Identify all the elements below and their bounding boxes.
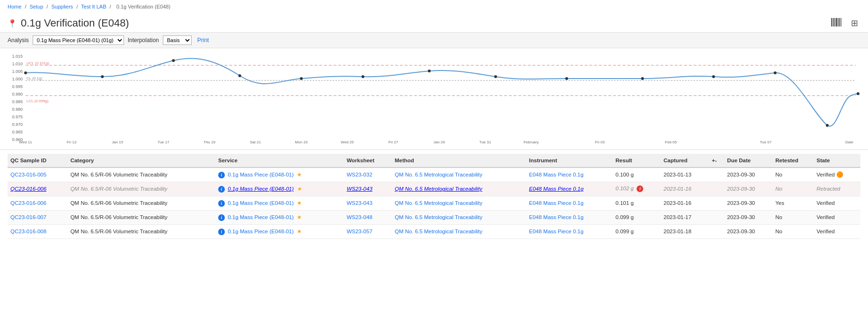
results-table: QC Sample ID Category Service Worksheet … (8, 154, 860, 239)
interpolation-label: Interpolation (128, 37, 159, 44)
cell-service: i 0.1g Mass Piece (E048-01) ★ (215, 224, 344, 238)
cell-result: 0.100 g (613, 168, 661, 182)
instrument-link[interactable]: E048 Mass Piece 0.1g (529, 186, 584, 192)
cell-worksheet: WS23-057 (344, 224, 392, 238)
qc-sample-link[interactable]: QC23-016-006 (10, 200, 46, 206)
svg-text:Tue 17: Tue 17 (158, 140, 169, 144)
svg-rect-4 (836, 18, 837, 26)
method-link[interactable]: QM No. 6.5 Metrological Traceability (395, 200, 482, 206)
analysis-label: Analysis (8, 37, 29, 44)
cell-method: QM No. 6.5 Metrological Traceability (392, 168, 526, 182)
cell-retested: Yes (772, 196, 814, 210)
star-icon: ★ (297, 172, 302, 177)
method-link[interactable]: QM No. 6.5 Metrological Traceability (395, 214, 482, 220)
cell-captured: 2023-01-13 (661, 168, 709, 182)
table-row: QC23-016-005 QM No. 6.5/R-06 Volumetric … (8, 168, 860, 182)
analysis-select[interactable]: 0.1g Mass Piece (E048-01) (01g) (33, 35, 124, 45)
grid-icon[interactable]: ⊞ (849, 17, 860, 29)
breadcrumb-suppliers[interactable]: Suppliers (51, 4, 73, 9)
svg-rect-5 (838, 18, 838, 26)
qc-sample-link[interactable]: QC23-016-005 (10, 172, 46, 177)
svg-text:Feb 05: Feb 05 (665, 140, 677, 144)
service-link[interactable]: 0.1g Mass Piece (E048-01) (228, 172, 293, 177)
breadcrumb-testit[interactable]: Test It LAB (81, 4, 106, 9)
cell-service: i 0.1g Mass Piece (E048-01) ★ (215, 182, 344, 196)
worksheet-link[interactable]: WS23-057 (346, 229, 372, 234)
breadcrumb-current: 0.1g Verification (E048) (116, 4, 170, 9)
cell-due-date: 2023-09-30 (724, 196, 772, 210)
result-unit: g (631, 185, 634, 191)
cell-category: QM No. 6.5/R-06 Volumetric Traceability (68, 168, 215, 182)
svg-text:Jan 15: Jan 15 (112, 140, 124, 144)
method-link[interactable]: QM No. 6.5 Metrological Traceability (395, 172, 482, 177)
svg-text:UCL (0.101g): UCL (0.101g) (27, 61, 49, 65)
cell-retested: No (772, 210, 814, 224)
cell-method: QM No. 6.5 Metrological Traceability (392, 224, 526, 238)
cell-service: i 0.1g Mass Piece (E048-01) ★ (215, 210, 344, 224)
warn-icon: ! (637, 185, 643, 192)
cell-worksheet: WS23-043 (344, 196, 392, 210)
svg-point-35 (565, 77, 568, 80)
cell-state: Verified (814, 210, 860, 224)
svg-text:0.975: 0.975 (12, 115, 23, 119)
qc-sample-link[interactable]: QC23-016-006 (10, 186, 46, 192)
svg-rect-8 (841, 18, 841, 26)
worksheet-link[interactable]: WS23-048 (346, 214, 372, 220)
svg-point-31 (300, 77, 303, 80)
service-link[interactable]: 0.1g Mass Piece (E048-01) (228, 186, 293, 192)
toolbar: Analysis 0.1g Mass Piece (E048-01) (01g)… (0, 32, 868, 48)
breadcrumb-home[interactable]: Home (8, 4, 21, 9)
col-plusminus: +- (709, 154, 724, 168)
cell-retested: No (772, 182, 814, 196)
col-qc-sample-id: QC Sample ID (8, 154, 68, 168)
cell-due-date: 2023-09-30 (724, 168, 772, 182)
svg-text:0.980: 0.980 (12, 107, 23, 112)
worksheet-link[interactable]: WS23-043 (346, 200, 372, 206)
cell-instrument: E048 Mass Piece 0.1g (526, 182, 613, 196)
worksheet-link[interactable]: WS23-043 (346, 186, 372, 192)
service-link[interactable]: 0.1g Mass Piece (E048-01) (228, 200, 293, 206)
method-link[interactable]: QM No. 6.5 Metrological Traceability (395, 229, 482, 234)
cell-result: 0.099 g (613, 210, 661, 224)
chart-svg: 1.015 1.010 1.005 1.000 0.995 0.990 0.98… (8, 52, 860, 144)
table-header-row: QC Sample ID Category Service Worksheet … (8, 154, 860, 168)
cell-state: Retracted (814, 182, 860, 196)
print-link[interactable]: Print (197, 37, 209, 44)
col-retested: Retested (772, 154, 814, 168)
breadcrumb: Home / Setup / Suppliers / Test It LAB /… (0, 0, 868, 13)
qc-sample-link[interactable]: QC23-016-008 (10, 229, 46, 234)
worksheet-link[interactable]: WS23-032 (346, 172, 372, 177)
svg-rect-6 (839, 18, 840, 26)
cell-qc-sample-id: QC23-016-008 (8, 224, 68, 238)
col-service: Service (215, 154, 344, 168)
star-icon: ★ (297, 200, 302, 206)
svg-text:Tue 31: Tue 31 (479, 140, 491, 144)
instrument-link[interactable]: E048 Mass Piece 0.1g (529, 214, 584, 220)
col-category: Category (68, 154, 215, 168)
breadcrumb-setup[interactable]: Setup (30, 4, 44, 9)
barcode-icon[interactable] (829, 17, 843, 29)
svg-text:Fri 03: Fri 03 (595, 140, 605, 144)
method-link[interactable]: QM No. 6.5 Metrological Traceability (395, 186, 482, 192)
cell-state: Verified (814, 196, 860, 210)
instrument-link[interactable]: E048 Mass Piece 0.1g (529, 229, 584, 234)
cell-due-date: 2023-09-30 (724, 182, 772, 196)
svg-text:Fri 13: Fri 13 (67, 140, 77, 144)
page-header: 📍 0.1g Verification (E048) ⊞ (0, 13, 868, 32)
cell-instrument: E048 Mass Piece 0.1g (526, 196, 613, 210)
info-icon: i (218, 186, 225, 193)
qc-sample-link[interactable]: QC23-016-007 (10, 214, 46, 220)
interpolation-select[interactable]: Basis Linear None (163, 35, 192, 45)
cell-category: QM No. 6.5/R-06 Volumetric Traceability (68, 182, 215, 196)
service-link[interactable]: 0.1g Mass Piece (E048-01) (228, 229, 293, 234)
instrument-link[interactable]: E048 Mass Piece 0.1g (529, 172, 584, 177)
cell-instrument: E048 Mass Piece 0.1g (526, 224, 613, 238)
cell-service: i 0.1g Mass Piece (E048-01) ★ (215, 168, 344, 182)
table-row: QC23-016-007 QM No. 6.5/R-06 Volumetric … (8, 210, 860, 224)
service-link[interactable]: 0.1g Mass Piece (E048-01) (228, 214, 293, 220)
svg-rect-1 (833, 18, 833, 26)
svg-text:Mon 23: Mon 23 (295, 140, 308, 144)
instrument-link[interactable]: E048 Mass Piece 0.1g (529, 200, 584, 206)
col-instrument: Instrument (526, 154, 613, 168)
svg-text:LCL (0.099g): LCL (0.099g) (27, 99, 49, 103)
